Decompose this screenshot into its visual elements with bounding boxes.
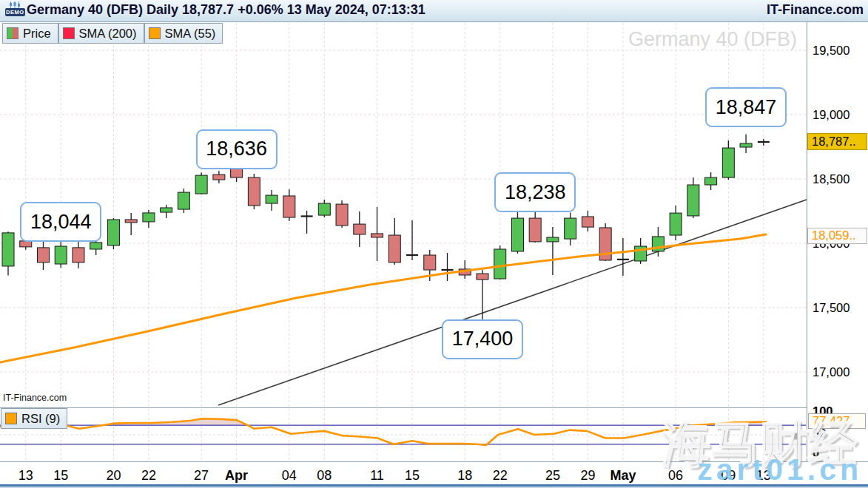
candle[interactable]	[318, 200, 330, 217]
legend-sma55-chip[interactable]: SMA (55)	[144, 23, 223, 44]
pane-separator[interactable]	[0, 461, 868, 462]
price-callout[interactable]: 18,636	[196, 129, 277, 169]
time-axis-label: 29	[580, 468, 595, 484]
time-axis-label: 15	[53, 468, 68, 484]
candle[interactable]	[55, 238, 67, 268]
candle-body	[73, 248, 84, 262]
time-axis-label: 20	[106, 468, 121, 484]
candle[interactable]	[354, 211, 366, 247]
price-swatch-icon	[7, 27, 18, 39]
candle-body	[318, 203, 330, 215]
candle-body	[424, 255, 436, 270]
candle[interactable]	[652, 227, 664, 257]
price-axis-label: 19,500	[813, 42, 850, 58]
price-axis-label: 17,500	[813, 299, 850, 316]
candle-body	[582, 217, 593, 227]
price-callout[interactable]: 18,044	[20, 202, 101, 242]
price-callout[interactable]: 17,400	[442, 319, 523, 359]
candle-body	[547, 237, 559, 242]
candle[interactable]	[301, 211, 313, 234]
candle-body	[107, 220, 119, 245]
time-axis-label: 11	[370, 468, 384, 484]
sma55-value-tag: 18,059..	[807, 228, 867, 244]
candle[interactable]	[670, 206, 682, 240]
rsi-swatch-icon	[5, 413, 17, 424]
price-axis-label: 17,000	[813, 364, 850, 380]
candle-body	[55, 246, 67, 264]
candle[interactable]	[617, 238, 629, 276]
time-axis-label: 18	[457, 468, 472, 484]
time-axis-label: 27	[194, 468, 209, 484]
candle[interactable]	[565, 213, 576, 245]
time-axis-label: 09	[721, 468, 736, 484]
legend-price-label: Price	[23, 27, 51, 41]
rsi-axis-label: 0	[813, 444, 819, 461]
candle-body	[687, 185, 699, 216]
time-axis-label: 08	[317, 468, 332, 484]
legend-sma200-chip[interactable]: SMA (200)	[58, 23, 144, 44]
legend-sma55-label: SMA (55)	[165, 27, 216, 41]
candle-body	[705, 177, 717, 185]
candle[interactable]	[547, 227, 559, 275]
candle-body	[125, 220, 137, 223]
candle-body	[195, 175, 207, 194]
candle[interactable]	[143, 210, 155, 228]
price-legend-row: Price SMA (200) SMA (55)	[2, 23, 223, 44]
candle[interactable]	[73, 240, 84, 268]
candle[interactable]	[388, 218, 400, 265]
candle[interactable]	[529, 211, 541, 243]
candle[interactable]	[266, 190, 277, 211]
candle[interactable]	[687, 177, 699, 218]
candle[interactable]	[705, 172, 717, 190]
time-axis-label: May	[610, 468, 636, 484]
rsi-line[interactable]	[0, 418, 766, 445]
candle[interactable]	[371, 207, 383, 261]
candle[interactable]	[582, 211, 593, 231]
candle[interactable]	[442, 253, 454, 281]
candle[interactable]	[494, 245, 506, 279]
candle[interactable]	[178, 189, 189, 213]
legend-rsi-label: RSI (9)	[21, 412, 60, 426]
candle[interactable]	[740, 135, 752, 153]
candle[interactable]	[37, 240, 49, 270]
price-axis-label: 18,500	[813, 171, 850, 187]
candle[interactable]	[283, 189, 295, 221]
candle-body	[494, 249, 506, 279]
price-callout[interactable]: 18,238	[494, 172, 576, 212]
time-axis-label: 13	[18, 468, 33, 484]
candle[interactable]	[511, 212, 523, 254]
candle[interactable]	[107, 218, 119, 249]
candle[interactable]	[722, 140, 734, 180]
price-axis-label: 19,000	[813, 106, 850, 123]
candle-body	[178, 192, 189, 209]
sma200-swatch-icon	[63, 27, 75, 39]
candle-body	[248, 177, 260, 206]
time-axis-panel[interactable]	[0, 462, 868, 484]
candle[interactable]	[336, 200, 348, 228]
main-chart[interactable]	[0, 0, 868, 488]
candle[interactable]	[213, 171, 225, 183]
candle-body	[670, 213, 682, 235]
corner-brand: IT-Finance.com	[3, 393, 67, 403]
legend-rsi-chip[interactable]: RSI (9)	[1, 408, 67, 429]
candle[interactable]	[248, 174, 260, 209]
demo-label: DEMO	[5, 8, 25, 16]
candle[interactable]	[406, 220, 418, 260]
candle-body	[565, 218, 576, 239]
candle-body	[722, 148, 734, 177]
pane-separator[interactable]	[0, 407, 807, 408]
candle-body	[388, 235, 400, 262]
candle[interactable]	[758, 139, 770, 146]
candle[interactable]	[477, 270, 488, 320]
candle-body	[511, 218, 523, 251]
candle[interactable]	[195, 172, 207, 194]
candle-body	[740, 143, 752, 147]
candle[interactable]	[125, 213, 137, 235]
legend-price-chip[interactable]: Price	[2, 23, 58, 44]
time-axis-label: 22	[493, 468, 508, 484]
candle[interactable]	[2, 231, 14, 275]
candle-body	[529, 218, 541, 242]
price-callout[interactable]: 18,847	[705, 87, 787, 127]
time-axis-label: 15	[405, 468, 420, 484]
candle[interactable]	[161, 205, 172, 218]
